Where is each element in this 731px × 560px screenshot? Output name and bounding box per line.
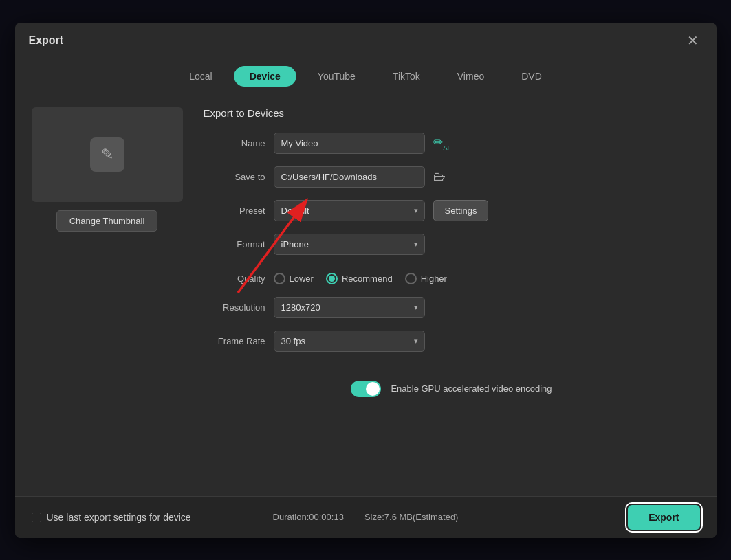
gpu-toggle-row: Enable GPU accelerated video encoding — [204, 381, 700, 397]
tab-tiktok[interactable]: TikTok — [377, 66, 436, 87]
preset-select-wrap: Default ▾ — [274, 200, 425, 221]
thumbnail-edit-icon: ✎ — [90, 137, 124, 172]
preset-select[interactable]: Default — [274, 200, 425, 221]
frame-rate-label: Frame Rate — [204, 336, 265, 346]
last-settings-checkbox[interactable] — [32, 513, 41, 522]
preset-row: Preset Default ▾ Settings — [204, 200, 700, 221]
tab-local[interactable]: Local — [173, 66, 228, 87]
settings-button[interactable]: Settings — [433, 200, 489, 221]
name-label: Name — [204, 138, 265, 148]
tab-device[interactable]: Device — [234, 66, 296, 87]
resolution-row: Resolution 1280x720 ▾ — [204, 297, 700, 318]
dialog-titlebar: Export ✕ — [15, 23, 717, 56]
ai-icon[interactable]: ✏︎AI — [433, 135, 450, 151]
form-panel: Export to Devices Name ✏︎AI Save to 🗁 Pr… — [204, 107, 700, 404]
export-button[interactable]: Export — [628, 505, 699, 530]
quality-options: Lower Recommend Higher — [274, 273, 447, 284]
dialog-footer: Use last export settings for device Dura… — [15, 496, 717, 538]
tab-dvd[interactable]: DVD — [505, 66, 558, 87]
format-row: Format iPhone ▾ — [204, 234, 700, 255]
format-label: Format — [204, 239, 265, 249]
section-title: Export to Devices — [204, 107, 700, 119]
frame-rate-row: Frame Rate 30 fps ▾ — [204, 331, 700, 352]
thumbnail-panel: ✎ Change Thumbnail — [32, 107, 183, 404]
export-dialog: Export ✕ Local Device YouTube TikTok Vim… — [15, 23, 717, 538]
quality-lower-radio[interactable] — [274, 273, 285, 284]
quality-recommend-label: Recommend — [342, 273, 393, 284]
gpu-label: Enable GPU accelerated video encoding — [391, 383, 552, 394]
quality-lower-label: Lower — [290, 273, 314, 284]
tab-youtube[interactable]: YouTube — [302, 66, 371, 87]
size-label: Size:7.6 MB(Estimated) — [364, 512, 459, 522]
name-row: Name ✏︎AI — [204, 133, 700, 154]
last-settings-checkbox-wrap[interactable]: Use last export settings for device — [32, 512, 191, 523]
quality-lower[interactable]: Lower — [274, 273, 314, 284]
quality-recommend[interactable]: Recommend — [326, 273, 393, 284]
tabs-bar: Local Device YouTube TikTok Vimeo DVD — [15, 56, 717, 93]
quality-recommend-radio[interactable] — [326, 273, 338, 284]
footer-left: Use last export settings for device — [32, 512, 191, 523]
resolution-select[interactable]: 1280x720 — [274, 297, 425, 318]
change-thumbnail-button[interactable]: Change Thumbnail — [56, 210, 158, 232]
quality-label: Quality — [204, 273, 265, 284]
last-settings-label: Use last export settings for device — [47, 512, 191, 523]
save-to-input[interactable] — [274, 166, 425, 188]
duration-label: Duration:00:00:13 — [273, 512, 344, 522]
format-select[interactable]: iPhone — [274, 234, 425, 255]
quality-higher-label: Higher — [421, 273, 447, 284]
quality-higher-radio[interactable] — [405, 273, 417, 284]
close-button[interactable]: ✕ — [683, 32, 703, 49]
save-to-row: Save to 🗁 — [204, 166, 700, 188]
frame-rate-select-wrap: 30 fps ▾ — [274, 331, 425, 352]
thumbnail-preview: ✎ — [32, 107, 183, 202]
format-select-wrap: iPhone ▾ — [274, 234, 425, 255]
toggle-knob — [366, 382, 380, 396]
resolution-label: Resolution — [204, 302, 265, 313]
frame-rate-select[interactable]: 30 fps — [274, 331, 425, 352]
gpu-toggle[interactable] — [351, 381, 381, 397]
dialog-title: Export — [29, 34, 64, 47]
quality-row: Quality Lower Recommend Higher — [204, 273, 700, 284]
save-to-label: Save to — [204, 172, 265, 182]
tab-vimeo[interactable]: Vimeo — [441, 66, 500, 87]
resolution-select-wrap: 1280x720 ▾ — [274, 297, 425, 318]
footer-center: Duration:00:00:13 Size:7.6 MB(Estimated) — [273, 512, 459, 522]
folder-icon[interactable]: 🗁 — [433, 170, 446, 184]
dialog-body: ✎ Change Thumbnail Export to Devices Nam… — [15, 93, 717, 418]
preset-label: Preset — [204, 205, 265, 216]
name-input[interactable] — [274, 133, 425, 154]
quality-higher[interactable]: Higher — [405, 273, 447, 284]
